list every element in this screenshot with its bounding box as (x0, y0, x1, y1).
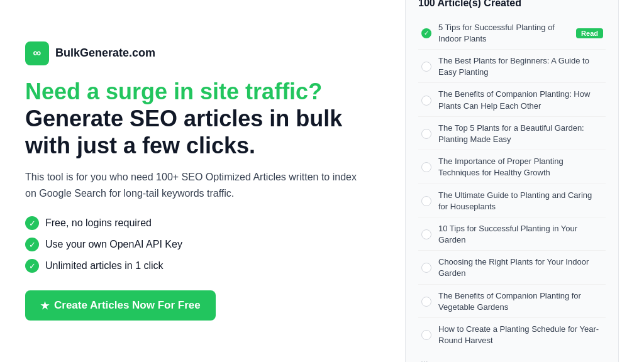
check-icon-3: ✓ (25, 259, 39, 273)
empty-circle-icon (421, 229, 431, 239)
article-item-9: The Benefits of Companion Planting for V… (418, 286, 606, 318)
feature-item-2: ✓ Use your own OpenAI API Key (25, 238, 367, 251)
article-status-icon-6 (421, 195, 432, 207)
article-status-icon-5 (421, 162, 432, 173)
article-status-icon-2 (421, 61, 432, 72)
feature-item-3: ✓ Unlimited articles in 1 click (25, 259, 367, 273)
subheadline: This tool is for you who need 100+ SEO O… (25, 169, 367, 201)
read-badge-1[interactable]: Read (576, 28, 603, 38)
article-text-6: The Ultimate Guide to Planting and Carin… (438, 190, 603, 212)
article-text-8: Choosing the Right Plants for Your Indoo… (438, 256, 603, 279)
more-indicator: ... (418, 351, 606, 362)
feature-text-3: Unlimited articles in 1 click (45, 260, 164, 272)
article-item-8: Choosing the Right Plants for Your Indoo… (418, 252, 606, 284)
left-column: ∞ BulkGenerate.com Need a surge in site … (25, 41, 367, 321)
article-status-icon-1: ✓ (421, 28, 432, 39)
article-text-4: The Top 5 Plants for a Beautiful Garden:… (438, 123, 603, 145)
empty-circle-icon (421, 62, 431, 72)
article-text-7: 10 Tips for Successful Planting in Your … (438, 223, 603, 246)
page-headline: Need a surge in site traffic? Generate S… (25, 78, 367, 160)
article-status-icon-4 (421, 128, 432, 140)
feature-item-1: ✓ Free, no logins required (25, 216, 367, 230)
articles-card: 100 Article(s) Created ✓ 5 Tips for Succ… (405, 0, 619, 362)
brand-name: BulkGenerate.com (55, 47, 155, 60)
feature-text-1: Free, no logins required (45, 217, 152, 229)
article-status-icon-7 (421, 229, 432, 240)
right-column: 100 Article(s) Created ✓ 5 Tips for Succ… (405, 0, 619, 362)
empty-circle-icon (421, 162, 431, 172)
article-status-icon-9 (421, 296, 432, 307)
card-title: 100 Article(s) Created (418, 0, 606, 9)
check-icon-2: ✓ (25, 238, 39, 251)
empty-circle-icon (421, 96, 431, 106)
article-item-5: The Importance of Proper Planting Techni… (418, 151, 606, 184)
article-item-4: The Top 5 Plants for a Beautiful Garden:… (418, 118, 606, 150)
empty-circle-icon (421, 129, 431, 139)
empty-circle-icon (421, 330, 431, 340)
brand-logo-icon: ∞ (25, 41, 49, 65)
article-text-10: How to Create a Planting Schedule for Ye… (438, 324, 603, 346)
article-text-3: The Benefits of Companion Planting: How … (438, 89, 603, 111)
article-status-icon-8 (421, 262, 432, 273)
check-icon-1: ✓ (25, 216, 39, 230)
headline-green: Need a surge in site traffic? (25, 79, 322, 104)
article-item-10: How to Create a Planting Schedule for Ye… (418, 319, 606, 351)
article-status-icon-10 (421, 329, 432, 341)
features-list: ✓ Free, no logins required ✓ Use your ow… (25, 216, 367, 273)
empty-circle-icon (421, 297, 431, 307)
article-item-1: ✓ 5 Tips for Successful Planting of Indo… (418, 18, 606, 50)
article-item-6: The Ultimate Guide to Planting and Carin… (418, 185, 606, 217)
article-text-9: The Benefits of Companion Planting for V… (438, 290, 603, 313)
empty-circle-icon (421, 263, 431, 273)
article-item-3: The Benefits of Companion Planting: How … (418, 84, 606, 116)
article-list: ✓ 5 Tips for Successful Planting of Indo… (418, 18, 606, 351)
feature-text-2: Use your own OpenAI API Key (45, 239, 182, 250)
check-circle-icon: ✓ (421, 28, 431, 38)
article-status-icon-3 (421, 95, 432, 106)
article-text-5: The Importance of Proper Planting Techni… (438, 156, 603, 178)
star-icon: ★ (40, 300, 49, 312)
article-text-2: The Best Plants for Beginners: A Guide t… (438, 55, 603, 78)
brand-bar: ∞ BulkGenerate.com (25, 41, 367, 65)
headline-black: Generate SEO articles in bulk with just … (25, 106, 342, 158)
cta-button[interactable]: ★ Create Articles Now For Free (25, 290, 216, 321)
article-item-2: The Best Plants for Beginners: A Guide t… (418, 51, 606, 83)
article-item-7: 10 Tips for Successful Planting in Your … (418, 219, 606, 251)
article-text-1: 5 Tips for Successful Planting of Indoor… (438, 22, 572, 45)
empty-circle-icon (421, 196, 431, 206)
cta-label: Create Articles Now For Free (54, 299, 201, 312)
